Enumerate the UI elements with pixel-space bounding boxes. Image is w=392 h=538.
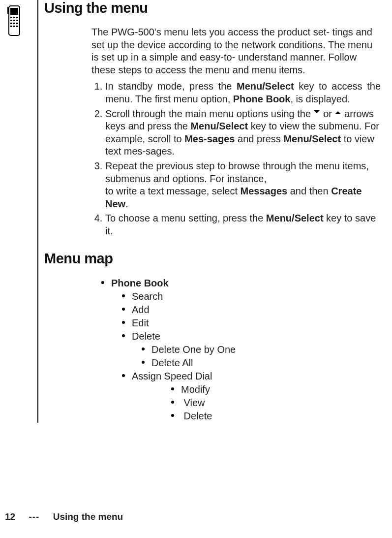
menu-item-delete: Delete — [122, 330, 381, 343]
svg-rect-12 — [10, 26, 12, 27]
svg-rect-1 — [10, 8, 18, 15]
svg-rect-4 — [13, 17, 15, 18]
menu-item-modify: Modify — [171, 383, 381, 396]
menu-item-delete-sd: Delete — [171, 410, 381, 423]
svg-rect-9 — [10, 23, 12, 24]
menu-item-edit: Edit — [122, 316, 381, 330]
svg-rect-5 — [16, 17, 18, 18]
svg-rect-10 — [13, 23, 15, 24]
heading-menu-map: Menu map — [44, 251, 381, 267]
step-1: In standby mode, press the Menu/Select k… — [105, 80, 381, 105]
phone-icon — [5, 5, 27, 37]
footer-dash: --- — [29, 511, 39, 522]
svg-rect-14 — [16, 26, 18, 27]
svg-rect-7 — [13, 20, 15, 21]
menu-item-delete-all: Delete All — [142, 356, 381, 370]
svg-rect-13 — [13, 26, 15, 27]
menu-item-search: Search — [122, 290, 381, 303]
intro-paragraph: The PWG-500's menu lets you access the p… — [91, 26, 381, 76]
page-body: Using the menu The PWG-500's menu lets y… — [37, 0, 381, 423]
step-3: Repeat the previous step to browse throu… — [105, 160, 381, 210]
menu-item-phonebook: Phone Book — [101, 277, 381, 290]
menu-item-add: Add — [122, 303, 381, 316]
svg-rect-3 — [10, 17, 12, 18]
menu-map-list: Phone Book Search Add Edit Delete Delete… — [91, 277, 381, 423]
heading-using-the-menu: Using the menu — [44, 0, 381, 16]
page-number: 12 — [5, 511, 15, 522]
menu-item-assign-speed: Assign Speed Dial — [122, 370, 381, 383]
steps-list: In standby mode, press the Menu/Select k… — [91, 80, 381, 237]
svg-rect-8 — [16, 20, 18, 21]
menu-item-view: View — [171, 396, 381, 410]
menu-item-delete-one: Delete One by One — [142, 343, 381, 356]
page-footer: 12 --- Using the menu — [5, 511, 123, 522]
svg-rect-11 — [16, 23, 18, 24]
step-4: To choose a menu setting, press the Menu… — [105, 212, 381, 237]
svg-rect-6 — [10, 20, 12, 21]
footer-title: Using the menu — [53, 511, 123, 522]
step-2: Scroll through the main menu options usi… — [105, 108, 381, 158]
